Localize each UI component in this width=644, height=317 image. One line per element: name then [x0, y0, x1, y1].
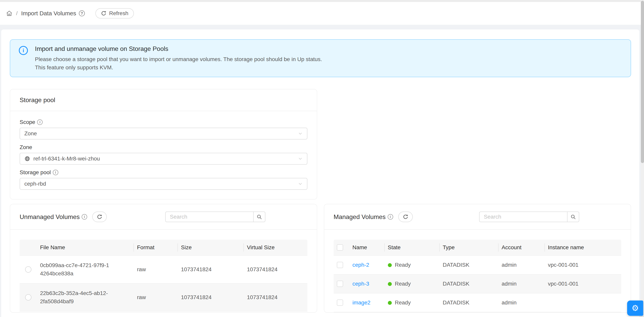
format-cell: raw	[134, 283, 178, 311]
account-cell: admin	[498, 274, 545, 293]
instance-name-cell	[545, 293, 622, 312]
alert-title: Import and unmanage volume on Storage Po…	[35, 45, 623, 53]
status-dot	[388, 263, 392, 267]
row-checkbox[interactable]	[337, 299, 343, 306]
unmanaged-table: File Name Format Size Virtual Size 0cb09…	[20, 240, 308, 311]
search-icon	[570, 214, 576, 220]
managed-search-input[interactable]	[479, 211, 567, 222]
managed-table-header-row: Name State Type Account Instance name	[334, 240, 622, 255]
refresh-button[interactable]: Refresh	[96, 8, 134, 19]
managed-search-button[interactable]	[567, 211, 579, 222]
zone-field-label: Zone	[20, 144, 308, 150]
unmanaged-table-header-row: File Name Format Size Virtual Size	[20, 240, 308, 255]
column-header-name: Name	[350, 240, 385, 255]
unmanaged-panel-body: File Name Format Size Virtual Size 0cb09…	[10, 230, 317, 311]
scope-select-value: Zone	[24, 130, 298, 137]
storage-pool-card-title: Storage pool	[10, 89, 317, 111]
zone-label: Zone	[20, 144, 32, 150]
search-icon	[256, 214, 262, 220]
column-header-instance-name: Instance name	[545, 240, 622, 255]
header-bar: / Import Data Volumes ? Refresh	[0, 2, 644, 25]
scope-label: Scope	[20, 119, 35, 125]
globe-icon	[24, 156, 30, 162]
column-header-size: Size	[178, 240, 244, 255]
storage-pool-card-body: Scope i Zone Zone	[10, 111, 317, 199]
type-cell: DATADISK	[440, 255, 498, 274]
format-cell: raw	[134, 255, 178, 283]
instance-name-cell: vpc-001-001	[545, 274, 622, 293]
table-row: ceph-3 Ready DATADISK admin vpc-001-001	[334, 274, 622, 293]
radio-column-header	[20, 240, 37, 255]
top-strip	[0, 0, 644, 2]
pool-field-label: Storage pool i	[20, 169, 308, 176]
storage-pool-select-value: ceph-rbd	[24, 181, 298, 187]
table-row: ceph-2 Ready DATADISK admin vpc-001-001	[334, 255, 622, 274]
row-checkbox[interactable]	[337, 281, 343, 287]
volume-name-link[interactable]: image2	[352, 299, 370, 305]
state-cell: Ready	[395, 299, 411, 305]
content-grid: Storage pool Scope i Zone Zone	[10, 89, 631, 313]
info-circle-icon: i	[19, 46, 28, 55]
unmanaged-search	[165, 211, 265, 222]
storage-pool-select[interactable]: ceph-rbd	[20, 178, 308, 190]
scope-field-label: Scope i	[20, 119, 308, 125]
table-row: image2 Ready DATADISK admin	[334, 293, 622, 312]
breadcrumb-title: Import Data Volumes	[21, 10, 76, 17]
storage-pool-card: Storage pool Scope i Zone Zone	[10, 89, 317, 200]
managed-refresh-button[interactable]	[398, 211, 413, 222]
settings-fab-button[interactable]: ⚙︎	[627, 300, 643, 316]
unmanaged-search-input[interactable]	[165, 211, 253, 222]
reload-icon	[101, 11, 106, 16]
column-header-type: Type	[440, 240, 498, 255]
table-row: 22b63c2b-352a-4ec5-ab12-2fa508d4baf9 raw…	[20, 283, 308, 311]
unmanaged-panel-title: Unmanaged Volumes	[20, 213, 80, 221]
unmanaged-volumes-panel: Unmanaged Volumes i	[10, 204, 317, 313]
managed-volumes-panel: Managed Volumes i	[324, 204, 631, 313]
select-all-checkbox[interactable]	[337, 244, 343, 251]
type-cell: DATADISK	[440, 274, 498, 293]
virtual-size-cell: 1073741824	[244, 255, 308, 283]
refresh-label: Refresh	[109, 10, 128, 17]
state-cell: Ready	[395, 281, 411, 287]
scope-info-icon[interactable]: i	[37, 119, 42, 125]
unmanaged-refresh-button[interactable]	[92, 211, 107, 222]
scrollbar[interactable]	[641, 0, 644, 317]
account-cell: admin	[498, 293, 545, 312]
status-dot	[388, 301, 392, 305]
column-header-state: State	[385, 240, 440, 255]
type-cell: DATADISK	[440, 293, 498, 312]
chevron-down-icon	[298, 156, 303, 161]
volume-name-link[interactable]: ceph-3	[352, 281, 370, 287]
managed-panel-body: Name State Type Account Instance name ce…	[324, 230, 631, 312]
status-dot	[388, 282, 392, 286]
row-radio[interactable]	[25, 294, 32, 300]
zone-select-value: ref-trl-6341-k-Mr8-wei-zhou	[33, 156, 298, 162]
managed-search	[479, 211, 579, 222]
managed-info-icon[interactable]: i	[388, 214, 393, 220]
page: / Import Data Volumes ? Refresh i Import…	[0, 0, 644, 317]
row-checkbox[interactable]	[337, 262, 343, 268]
volume-name-link[interactable]: ceph-2	[352, 262, 370, 268]
column-header-file-name: File Name	[37, 240, 134, 255]
content-card: i Import and unmanage volume on Storage …	[1, 30, 639, 317]
unmanaged-info-icon[interactable]: i	[82, 214, 87, 220]
size-cell: 1073741824	[178, 255, 244, 283]
unmanaged-search-button[interactable]	[253, 211, 265, 222]
breadcrumb-separator: /	[16, 10, 18, 17]
pool-info-icon[interactable]: i	[53, 170, 58, 175]
alert-description-line2: This feature only supports KVM.	[35, 64, 623, 72]
zone-select[interactable]: ref-trl-6341-k-Mr8-wei-zhou	[20, 153, 308, 165]
reload-icon	[403, 214, 408, 220]
scrollbar-thumb[interactable]	[641, 1, 644, 163]
reload-icon	[97, 214, 102, 220]
size-cell: 1073741824	[178, 283, 244, 311]
home-icon[interactable]	[6, 10, 12, 17]
alert-description-line1: Please choose a storage pool that you wa…	[35, 55, 623, 64]
virtual-size-cell: 1073741824	[244, 283, 308, 311]
help-icon[interactable]: ?	[79, 11, 85, 16]
column-header-format: Format	[134, 240, 178, 255]
row-radio[interactable]	[25, 266, 32, 273]
instance-name-cell: vpc-001-001	[545, 255, 622, 274]
scope-select[interactable]: Zone	[20, 128, 308, 139]
select-all-column-header	[334, 240, 350, 255]
